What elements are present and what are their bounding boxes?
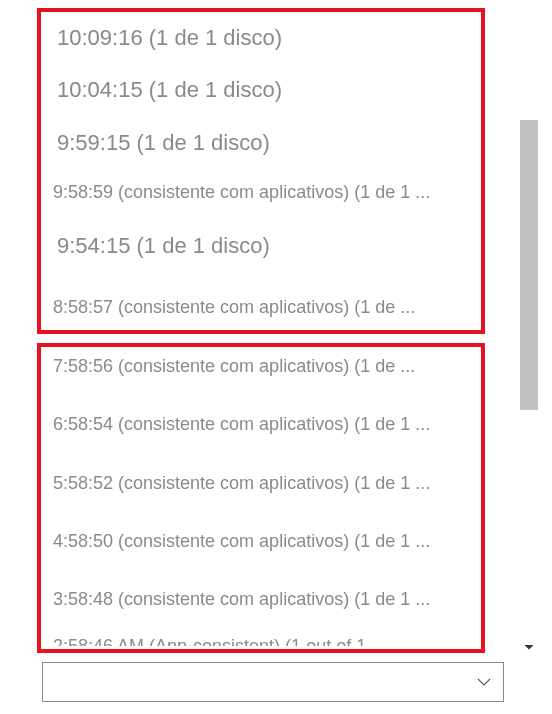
snapshot-label: 5:58:52 (consistente com aplicativos) (1… — [53, 473, 430, 493]
list-item[interactable]: 8:58:57 (consistente com aplicativos) (1… — [53, 293, 468, 322]
scrollbar-thumb[interactable] — [520, 120, 538, 410]
list-item[interactable]: 9:59:15 (1 de 1 disco) — [57, 125, 457, 162]
highlight-group-primary — [37, 8, 485, 334]
snapshot-label: 2:58:46 AM (App-consistent) (1 out of 1 — [53, 636, 366, 646]
snapshot-label: 7:58:56 (consistente com aplicativos) (1… — [53, 356, 415, 376]
snapshot-label: 6:58:54 (consistente com aplicativos) (1… — [53, 414, 430, 434]
snapshot-label: 3:58:48 (consistente com aplicativos) (1… — [53, 589, 430, 609]
snapshot-label: 10:04:15 (1 de 1 disco) — [57, 77, 282, 102]
snapshot-label: 10:09:16 (1 de 1 disco) — [57, 25, 282, 50]
snapshot-label: 9:54:15 (1 de 1 disco) — [57, 233, 270, 258]
list-item[interactable]: 3:58:48 (consistente com aplicativos) (1… — [53, 585, 468, 614]
snapshot-label: 9:58:59 (consistente com aplicativos) (1… — [53, 182, 430, 202]
list-item[interactable]: 4:58:50 (consistente com aplicativos) (1… — [53, 527, 468, 556]
list-item[interactable]: 9:54:15 (1 de 1 disco) — [57, 228, 457, 265]
snapshot-label: 8:58:57 (consistente com aplicativos) (1… — [53, 297, 415, 317]
list-item[interactable]: 10:09:16 (1 de 1 disco) — [57, 20, 457, 57]
scroll-down-button[interactable] — [520, 638, 538, 656]
snapshot-select-dropdown[interactable] — [42, 662, 504, 702]
list-item[interactable]: 5:58:52 (consistente com aplicativos) (1… — [53, 469, 468, 498]
list-item[interactable]: 10:04:15 (1 de 1 disco) — [57, 72, 457, 109]
snapshot-label: 4:58:50 (consistente com aplicativos) (1… — [53, 531, 430, 551]
list-item[interactable]: 6:58:54 (consistente com aplicativos) (1… — [53, 410, 491, 439]
list-item[interactable]: 7:58:56 (consistente com aplicativos) (1… — [53, 352, 468, 381]
snapshot-list-panel: 10:09:16 (1 de 1 disco) 10:04:15 (1 de 1… — [0, 0, 552, 714]
list-item[interactable]: 2:58:46 AM (App-consistent) (1 out of 1 — [53, 632, 468, 646]
snapshot-label: 9:59:15 (1 de 1 disco) — [57, 130, 270, 155]
list-item[interactable]: 9:58:59 (consistente com aplicativos) (1… — [53, 178, 468, 207]
chevron-down-icon — [523, 641, 535, 653]
chevron-down-icon — [475, 673, 493, 691]
